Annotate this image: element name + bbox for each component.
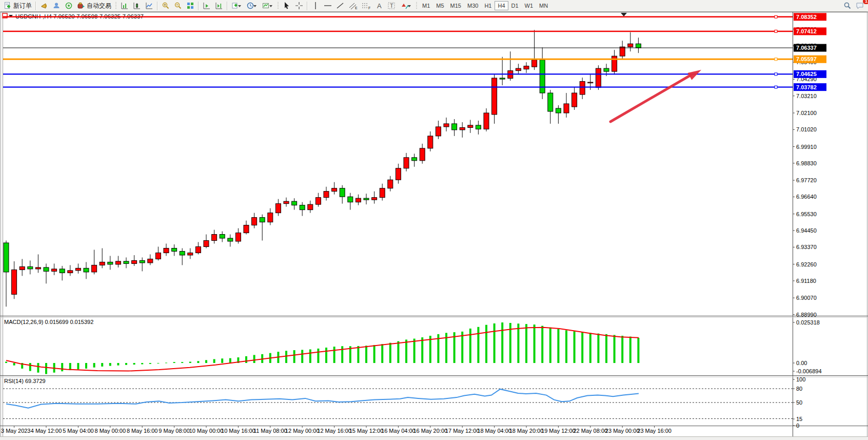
candle-bear <box>108 262 113 264</box>
candle-bull <box>35 267 41 269</box>
macd-bar <box>589 333 591 363</box>
autotrading-button[interactable]: 自动交易 <box>75 1 113 11</box>
signals-button[interactable] <box>63 1 75 11</box>
tile-windows-button[interactable] <box>184 1 196 11</box>
timeframe-w1[interactable]: W1 <box>522 1 537 10</box>
macd-bar <box>133 363 135 365</box>
horn-button[interactable] <box>38 1 50 11</box>
time-tick-label: 23 May 00:00 <box>605 428 640 434</box>
macd-bar <box>541 326 543 363</box>
line-anchor-handle[interactable] <box>775 58 777 61</box>
svg-text:T: T <box>390 3 393 9</box>
macd-bar <box>365 346 367 363</box>
line-anchor-handle[interactable] <box>775 73 777 75</box>
bar-chart-button[interactable] <box>119 1 131 11</box>
new-order-button[interactable]: 新订单 <box>2 1 34 11</box>
candle-bear <box>260 218 265 222</box>
candle-bull <box>612 56 617 71</box>
candle-bull <box>19 266 25 270</box>
autoscroll-button[interactable] <box>201 1 213 11</box>
macd-label: MACD(12,26,9) 0.015699 0.015392 <box>4 319 93 325</box>
svg-text:7.06337: 7.06337 <box>796 45 817 51</box>
candle-bull <box>75 268 81 270</box>
crosshair-icon <box>295 2 303 10</box>
macd-bar <box>629 337 632 363</box>
chart-title: USDCNH-,H4 7.06520 7.06598 7.06325 7.063… <box>3 13 144 20</box>
price-tick-label: 6.94450 <box>796 227 817 234</box>
chart-background[interactable] <box>0 12 868 436</box>
arrows-dropdown-button[interactable] <box>398 1 414 11</box>
candle-bull <box>484 113 489 129</box>
text-label-button[interactable]: T <box>385 1 398 11</box>
macd-bar <box>614 335 616 363</box>
add-indicator-button[interactable] <box>229 1 245 11</box>
crosshair-button[interactable] <box>293 1 305 11</box>
timeframe-h1[interactable]: H1 <box>481 1 495 10</box>
candle-bull <box>12 270 17 294</box>
timeframe-d1[interactable]: D1 <box>508 1 522 10</box>
line-anchor-handle[interactable] <box>775 86 777 88</box>
timeframe-m5[interactable]: M5 <box>433 1 447 10</box>
zoom-out-button[interactable] <box>172 1 184 11</box>
svg-text:A: A <box>377 2 382 10</box>
candlestick-button[interactable] <box>131 1 143 11</box>
template-button[interactable] <box>260 1 275 11</box>
macd-bar <box>85 363 87 369</box>
svg-text:7.04625: 7.04625 <box>796 71 817 77</box>
periods-button[interactable] <box>245 1 260 11</box>
separator <box>227 2 228 10</box>
price-tick-label: 6.97720 <box>796 177 817 183</box>
candle-bear <box>228 238 233 241</box>
time-tick-label: 3 May 2023 <box>1 428 30 434</box>
macd-bar <box>245 356 247 363</box>
time-tick-label: 12 May 00:00 <box>285 428 320 434</box>
macd-bar <box>357 346 359 363</box>
candle-bull <box>380 188 385 198</box>
fibonacci-button[interactable]: F <box>360 1 373 11</box>
time-tick-label: 8 May 16:00 <box>127 428 158 434</box>
vertical-line-button[interactable] <box>309 1 322 11</box>
community-button[interactable] <box>50 1 63 11</box>
timeframe-m1[interactable]: M1 <box>419 1 433 10</box>
autotrading-icon <box>77 2 85 10</box>
price-label-7.05597: 7.05597 <box>794 55 826 63</box>
cursor-button[interactable] <box>281 1 293 11</box>
vertical-line-icon <box>311 2 320 10</box>
candle-bull <box>68 271 73 273</box>
price-tick-label: 7.02100 <box>796 110 817 116</box>
time-tick-label: 15 May 12:00 <box>349 428 384 434</box>
line-chart-button[interactable] <box>143 1 155 11</box>
search-button[interactable] <box>841 1 854 11</box>
line-anchor-handle[interactable] <box>775 15 777 18</box>
macd-bar <box>421 337 423 363</box>
macd-bar <box>494 323 496 363</box>
chart-shift-icon <box>215 2 223 10</box>
candle-bear <box>556 108 561 113</box>
line-anchor-handle[interactable] <box>775 30 777 32</box>
macd-bar <box>301 350 303 363</box>
chart-shift-button[interactable] <box>213 1 225 11</box>
horizontal-line-button[interactable] <box>322 1 334 11</box>
timeframe-m15[interactable]: M15 <box>447 1 464 10</box>
zoom-in-button[interactable] <box>160 1 172 11</box>
chart-area[interactable]: USDCNH-,H4 7.06520 7.06598 7.06325 7.063… <box>0 0 868 440</box>
candle-bull <box>468 125 473 127</box>
candle-bear <box>348 197 353 202</box>
fibonacci-icon: F <box>362 2 371 10</box>
timeframe-h4[interactable]: H4 <box>495 1 508 10</box>
tile-windows-icon <box>186 2 194 10</box>
price-tick-label: 7.01020 <box>796 126 817 132</box>
trendline-button[interactable] <box>334 1 346 11</box>
text-button[interactable]: A <box>373 1 385 11</box>
macd-bar <box>413 339 416 363</box>
macd-bar <box>574 331 576 363</box>
notifications-button[interactable]: 1 <box>854 1 866 11</box>
price-label-7.08352: 7.08352 <box>794 13 826 21</box>
candle-bull <box>132 260 137 263</box>
candle-bear <box>84 268 89 272</box>
channel-button[interactable]: E <box>346 1 360 11</box>
price-tick-label: 7.03210 <box>796 93 817 99</box>
candle-bull <box>628 44 633 47</box>
timeframe-mn[interactable]: MN <box>536 1 551 10</box>
timeframe-m30[interactable]: M30 <box>464 1 481 10</box>
